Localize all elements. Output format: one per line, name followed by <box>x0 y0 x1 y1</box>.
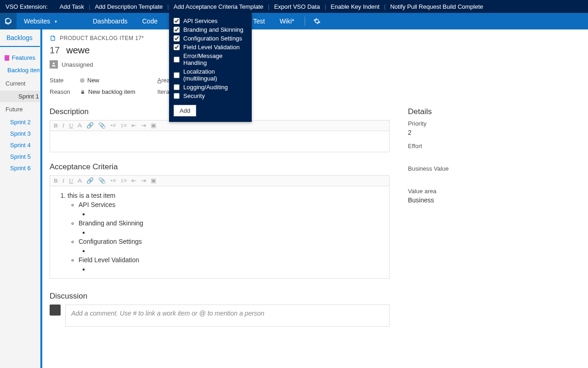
tree-sprint-2[interactable]: Sprint 2 <box>0 116 40 128</box>
ac-subitem: Field Level Validation <box>79 256 139 264</box>
business-value-field[interactable] <box>408 174 573 181</box>
effort-field[interactable] <box>408 151 573 159</box>
image-button[interactable]: ▣ <box>151 122 156 129</box>
reason-label: Reason <box>50 88 71 95</box>
work-item-panel: PRODUCT BACKLOG ITEM 17* 17 wewe Unassig… <box>40 29 588 368</box>
popup-option-security[interactable]: Security <box>174 92 247 100</box>
ac-subitem: Branding and Skinning <box>79 219 143 227</box>
project-selector[interactable]: Websites ▾ <box>17 13 85 29</box>
ext-link-export-vso-data[interactable]: Export VSO Data <box>271 3 323 10</box>
discussion-heading: Discussion <box>50 292 390 301</box>
popup-option-config[interactable]: Configuration Settings <box>174 34 247 43</box>
ext-link-notify-pr-build[interactable]: Notify Pull Request Build Complete <box>387 3 486 10</box>
bullet-list-button[interactable]: •≡ <box>110 177 116 184</box>
tree-sprint-3[interactable]: Sprint 3 <box>0 128 40 139</box>
checkbox[interactable] <box>174 57 180 63</box>
link-button[interactable]: 🔗 <box>86 122 94 129</box>
ext-link-add-acceptance-template[interactable]: Add Acceptance Criteria Template <box>171 3 266 10</box>
attachment-button[interactable]: 📎 <box>98 177 106 184</box>
indent-button[interactable]: ⇥ <box>141 122 146 129</box>
value-area-label: Value area <box>408 188 573 195</box>
settings-gear-icon[interactable] <box>308 13 326 29</box>
reason-field[interactable]: New backlog item <box>80 88 136 95</box>
ext-separator: | <box>87 3 92 10</box>
description-editor[interactable] <box>50 131 390 152</box>
nav-wiki[interactable]: Wiki* <box>272 13 302 29</box>
outdent-button[interactable]: ⇤ <box>131 122 136 129</box>
bullet-list-button[interactable]: •≡ <box>110 122 116 129</box>
popup-option-api-services[interactable]: API Services <box>174 17 247 25</box>
state-dot-icon <box>80 78 85 83</box>
tree-group-current: Current <box>0 76 40 91</box>
acceptance-heading: Acceptance Criteria <box>50 162 390 172</box>
italic-button[interactable]: I <box>62 122 64 129</box>
image-button[interactable]: ▣ <box>151 177 156 184</box>
checkbox[interactable] <box>174 35 180 41</box>
ext-link-add-task[interactable]: Add Task <box>57 3 87 10</box>
work-item-id: 17 <box>50 45 60 56</box>
work-item-title[interactable]: wewe <box>66 45 90 56</box>
chevron-down-icon: ▾ <box>55 19 57 24</box>
state-label: State <box>50 77 71 84</box>
tree-sprint-4[interactable]: Sprint 4 <box>0 139 40 151</box>
popup-option-field-validation[interactable]: Field Level Validation <box>174 43 247 52</box>
priority-label: Priority <box>408 120 573 127</box>
underline-button[interactable]: U <box>69 177 73 184</box>
number-list-button[interactable]: 1≡ <box>120 177 127 184</box>
nav-dashboards[interactable]: Dashboards <box>85 13 135 29</box>
ext-separator: | <box>266 3 271 10</box>
outdent-button[interactable]: ⇤ <box>131 177 136 184</box>
lock-icon <box>80 89 85 95</box>
clear-format-button[interactable]: A̶ <box>78 177 82 184</box>
bold-button[interactable]: B <box>54 122 58 129</box>
business-value-label: Business Value <box>408 165 573 172</box>
bold-button[interactable]: B <box>54 177 58 184</box>
ext-link-add-description-template[interactable]: Add Description Template <box>92 3 165 10</box>
tree-item-backlog-items[interactable]: Backlog items <box>0 64 40 76</box>
tree-sprint-current[interactable]: Sprint 1 <box>0 91 40 102</box>
number-list-button[interactable]: 1≡ <box>120 122 127 129</box>
popup-option-error-handling[interactable]: Error/Message Handling <box>174 52 247 67</box>
tree-sprint-6[interactable]: Sprint 6 <box>0 162 40 174</box>
priority-field[interactable]: 2 <box>408 129 573 136</box>
assigned-to-field[interactable]: Unassigned <box>50 60 581 69</box>
acceptance-editor[interactable]: this is a test item API Services Brandin… <box>50 186 390 279</box>
tree-item-features[interactable]: Features <box>0 52 40 64</box>
popup-option-logging[interactable]: Logging/Auditing <box>174 83 247 92</box>
user-avatar <box>50 305 61 316</box>
value-area-field[interactable]: Business <box>408 196 573 204</box>
ext-link-enable-key-indent[interactable]: Enable Key Indent <box>328 3 382 10</box>
features-icon <box>5 55 9 61</box>
popup-option-branding[interactable]: Branding and Skinning <box>174 25 247 34</box>
italic-button[interactable]: I <box>62 177 64 184</box>
popup-option-localization[interactable]: Localization (multilingual) <box>174 67 247 83</box>
popup-add-button[interactable]: Add <box>174 105 196 116</box>
nav-code[interactable]: Code <box>135 13 165 29</box>
acceptance-toolbar: B I U A̶ 🔗 📎 •≡ 1≡ ⇤ ⇥ ▣ <box>50 175 390 186</box>
indent-button[interactable]: ⇥ <box>141 177 146 184</box>
ext-separator: | <box>322 3 328 10</box>
state-field[interactable]: New <box>80 77 99 84</box>
vsts-logo-icon[interactable] <box>0 13 17 29</box>
checkbox[interactable] <box>174 84 180 90</box>
main-nav: Websites ▾ Dashboards Code Test Wiki* <box>0 13 588 29</box>
checkbox[interactable] <box>174 72 180 78</box>
checkbox[interactable] <box>174 44 180 50</box>
pbi-icon <box>50 35 56 41</box>
attachment-button[interactable]: 📎 <box>98 122 106 129</box>
checkbox[interactable] <box>174 93 180 99</box>
person-icon <box>50 60 58 69</box>
checkbox[interactable] <box>174 27 180 33</box>
tree-sprint-5[interactable]: Sprint 5 <box>0 151 40 162</box>
underline-button[interactable]: U <box>69 122 73 129</box>
extension-toolbar: VSO Extension: Add Task | Add Descriptio… <box>0 0 588 13</box>
clear-format-button[interactable]: A̶ <box>78 122 82 129</box>
ac-subitem: API Services <box>79 201 115 208</box>
ac-subitem: Configuration Settings <box>79 238 142 245</box>
link-button[interactable]: 🔗 <box>86 177 94 184</box>
discussion-input[interactable]: Add a comment. Use # to link a work item… <box>65 305 390 327</box>
checkbox[interactable] <box>174 18 180 24</box>
work-item-type-label: PRODUCT BACKLOG ITEM 17* <box>60 35 144 41</box>
sidebar-tab-backlogs[interactable]: Backlogs <box>0 29 40 47</box>
project-name: Websites <box>24 17 50 25</box>
